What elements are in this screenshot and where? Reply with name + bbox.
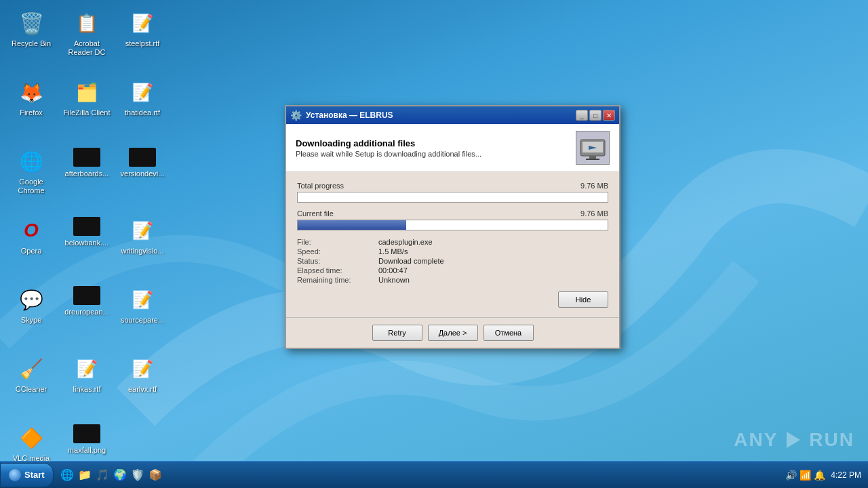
firefox-icon: 🦊 xyxy=(18,79,45,106)
steelpst-label: steelpst.rtf xyxy=(125,39,160,48)
taskbar-ie-icon[interactable]: 🌐 xyxy=(59,467,75,483)
skype-label: Skype xyxy=(21,316,42,325)
writingvision-label: writingvisio... xyxy=(121,247,164,256)
file-info-section: File: cadesplugin.exe Speed: 1.5 MB/s St… xyxy=(297,237,608,285)
systray-battery-icon[interactable]: 🔔 xyxy=(814,470,825,481)
hide-button[interactable]: Hide xyxy=(558,291,608,308)
taskbar-folder-icon[interactable]: 📁 xyxy=(77,467,93,483)
current-progress-bar xyxy=(297,220,608,230)
status-value: Download complete xyxy=(378,256,444,266)
desktop-icon-earlvx[interactable]: 📝 earlvx.rtf xyxy=(117,351,168,419)
dialog-titlebar-title: Установка — ELBRUS xyxy=(306,110,572,120)
filezilla-label: FileZilla Client xyxy=(63,108,110,117)
remaining-label: Remaining time: xyxy=(297,275,378,285)
anyrun-text: ANY xyxy=(734,429,778,451)
desktop-icon-recycle-bin[interactable]: 🗑️ Recycle Bin xyxy=(5,5,57,73)
desktop-icon-chrome[interactable]: 🌐 Google Chrome xyxy=(5,144,57,211)
status-label: Status: xyxy=(297,256,378,266)
total-progress-bar xyxy=(297,192,608,203)
desktop-icon-linkas[interactable]: 📝 linkas.rtf xyxy=(61,351,113,419)
dialog-titlebar-buttons: _ □ ✕ xyxy=(576,110,615,121)
dialog-header-text: Downloading additional files Please wait… xyxy=(296,138,481,158)
skype-icon: 💬 xyxy=(18,286,45,313)
start-label: Start xyxy=(24,470,45,480)
total-progress-row: Total progress 9.76 MB xyxy=(297,182,608,203)
dialog-header-subtitle: Please wait while Setup is downloading a… xyxy=(296,150,481,158)
taskbar-alert-icon[interactable]: 🛡️ xyxy=(130,467,146,483)
sourcepare-icon: 📝 xyxy=(129,286,156,313)
thatidea-icon: 📝 xyxy=(129,79,156,106)
systray-volume-icon[interactable]: 📶 xyxy=(800,470,811,481)
acrobat-icon: 📋 xyxy=(73,9,100,37)
clock-time: 4:22 PM xyxy=(831,470,861,480)
current-progress-fill xyxy=(298,220,406,230)
firefox-label: Firefox xyxy=(20,108,43,117)
svg-rect-2 xyxy=(589,156,596,159)
thatidea-label: thatidea.rtf xyxy=(125,108,160,117)
start-button[interactable]: Start xyxy=(0,463,54,487)
desktop-icon-ccleaner[interactable]: 🧹 CCleaner xyxy=(5,351,57,419)
ccleaner-label: CCleaner xyxy=(16,385,47,394)
versiondev-label: versiondevi... xyxy=(121,169,165,178)
dialog-titlebar: ⚙️ Установка — ELBRUS _ □ ✕ xyxy=(286,106,619,124)
acrobat-label: Acrobat Reader DC xyxy=(61,39,113,57)
desktop-icon-skype[interactable]: 💬 Skype xyxy=(5,282,57,350)
next-button[interactable]: Далее > xyxy=(428,325,478,341)
dialog-header-title: Downloading additional files xyxy=(296,138,481,148)
anyrun-watermark: ANY RUN xyxy=(734,429,854,451)
taskbar-quick-launch: 🌐 📁 🎵 🌍 🛡️ 📦 xyxy=(59,467,163,483)
belowbank-label: belowbank.... xyxy=(65,239,109,247)
dialog-footer: Retry Далее > Отмена xyxy=(286,317,619,348)
desktop-icon-belowbank[interactable]: belowbank.... xyxy=(61,213,113,281)
elapsed-label: Elapsed time: xyxy=(297,266,378,275)
dialog-header: Downloading additional files Please wait… xyxy=(286,124,619,172)
desktop-icon-afterboards[interactable]: afterboards... xyxy=(61,144,113,211)
afterboards-thumbnail xyxy=(73,148,100,167)
total-progress-size: 9.76 MB xyxy=(580,182,608,190)
desktop-icon-dreuropean[interactable]: dreuropean... xyxy=(61,282,113,350)
speed-value: 1.5 MB/s xyxy=(378,247,444,256)
taskbar-media-icon[interactable]: 🎵 xyxy=(94,467,111,483)
dialog-maximize-button[interactable]: □ xyxy=(589,110,601,121)
opera-label: Opera xyxy=(21,247,42,256)
recycle-bin-label: Recycle Bin xyxy=(12,39,51,48)
chrome-icon: 🌐 xyxy=(18,148,45,175)
earlvx-label: earlvx.rtf xyxy=(128,385,157,394)
dreuropean-label: dreuropean... xyxy=(64,308,108,317)
svg-rect-3 xyxy=(586,159,599,160)
start-orb-icon xyxy=(9,469,21,481)
linkas-icon: 📝 xyxy=(73,355,100,382)
cancel-button[interactable]: Отмена xyxy=(484,325,534,341)
speed-label: Speed: xyxy=(297,247,378,256)
desktop-icon-steelpst[interactable]: 📝 steelpst.rtf xyxy=(117,5,168,73)
elbrus-installer-dialog: ⚙️ Установка — ELBRUS _ □ ✕ Downloading … xyxy=(285,105,620,349)
anyrun-run-text: RUN xyxy=(809,429,854,451)
remaining-value: Unknown xyxy=(378,275,444,285)
current-progress-row: Current file 9.76 MB xyxy=(297,209,608,230)
vlc-icon: 🔶 xyxy=(18,424,45,451)
systray-network-icon[interactable]: 🔊 xyxy=(785,470,797,481)
svg-marker-5 xyxy=(787,432,800,448)
desktop-icon-thatidea[interactable]: 📝 thatidea.rtf xyxy=(117,75,168,142)
taskbar-chrome-taskbar-icon[interactable]: 🌍 xyxy=(112,467,128,483)
linkas-label: linkas.rtf xyxy=(73,385,101,394)
maxfall-thumbnail xyxy=(73,424,100,443)
anyrun-play-icon xyxy=(783,430,804,450)
dialog-close-button[interactable]: ✕ xyxy=(603,110,615,121)
system-clock[interactable]: 4:22 PM xyxy=(831,470,861,480)
current-progress-label: Current file xyxy=(297,209,334,218)
chrome-label: Google Chrome xyxy=(5,178,57,195)
dialog-minimize-button[interactable]: _ xyxy=(576,110,588,121)
systray-icons: 🔊 📶 🔔 xyxy=(785,470,825,481)
filezilla-icon: 🗂️ xyxy=(73,79,100,106)
desktop-icon-firefox[interactable]: 🦊 Firefox xyxy=(5,75,57,142)
hide-button-row: Hide xyxy=(297,291,608,308)
desktop-icon-filezilla[interactable]: 🗂️ FileZilla Client xyxy=(61,75,113,142)
desktop-icon-sourcepare[interactable]: 📝 sourcepare... xyxy=(117,282,168,350)
desktop-icon-writingvision[interactable]: 📝 writingvisio... xyxy=(117,213,168,281)
desktop-icon-opera[interactable]: O Opera xyxy=(5,213,57,281)
taskbar-app-icon[interactable]: 📦 xyxy=(147,467,163,483)
retry-button[interactable]: Retry xyxy=(372,325,422,341)
desktop-icon-acrobat[interactable]: 📋 Acrobat Reader DC xyxy=(61,5,113,73)
desktop-icon-versiondev[interactable]: versiondevi... xyxy=(117,144,168,211)
